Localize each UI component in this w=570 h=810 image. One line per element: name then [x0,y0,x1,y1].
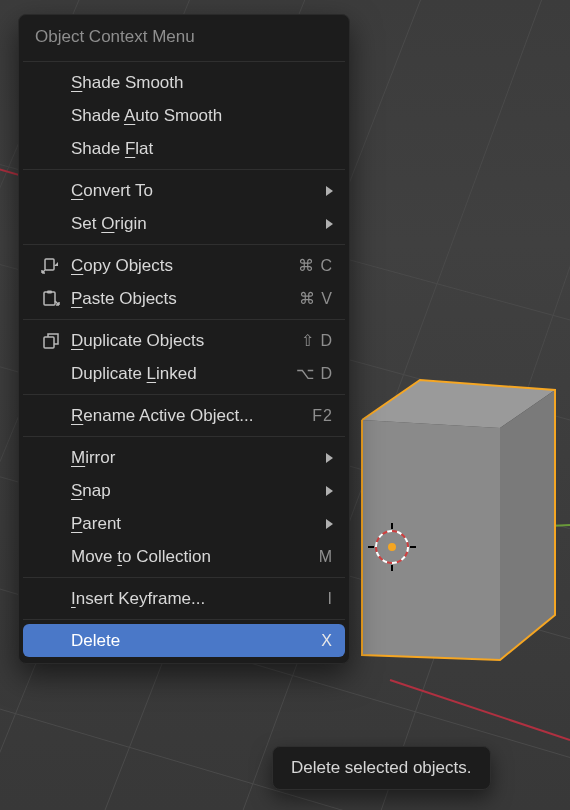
menu-item-shortcut: ⌘ C [293,256,333,275]
menu-item-shortcut: X [293,632,333,650]
menu-item-label: Rename Active Object... [71,406,283,426]
svg-rect-29 [44,337,54,348]
menu-item-set-origin[interactable]: Set Origin [23,207,345,240]
menu-separator [23,577,345,578]
menu-item-label: Shade Auto Smooth [71,106,333,126]
menu-item-duplicate-linked[interactable]: Duplicate Linked⌥ D [23,357,345,390]
menu-item-label: Shade Flat [71,139,333,159]
context-menu-title: Object Context Menu [23,15,345,57]
menu-item-label: Parent [71,514,311,534]
menu-item-label: Delete [71,631,283,651]
menu-item-snap[interactable]: Snap [23,474,345,507]
menu-item-parent[interactable]: Parent [23,507,345,540]
chevron-right-icon [321,486,333,496]
menu-item-label: Insert Keyframe... [71,589,283,609]
menu-separator [23,61,345,62]
menu-separator [23,619,345,620]
menu-item-label: Copy Objects [71,256,283,276]
menu-item-delete[interactable]: DeleteX [23,624,345,657]
selected-cube[interactable] [362,380,555,660]
menu-item-shortcut: I [293,590,333,608]
menu-item-label: Set Origin [71,214,311,234]
svg-rect-27 [44,292,55,305]
menu-item-mirror[interactable]: Mirror [23,441,345,474]
menu-item-insert-keyframe[interactable]: Insert Keyframe...I [23,582,345,615]
menu-item-label: Snap [71,481,311,501]
chevron-right-icon [321,186,333,196]
svg-marker-16 [500,390,555,660]
menu-item-label: Convert To [71,181,311,201]
menu-item-shade-smooth[interactable]: Shade Smooth [23,66,345,99]
menu-item-label: Move to Collection [71,547,283,567]
menu-item-label: Mirror [71,448,311,468]
menu-separator [23,394,345,395]
menu-item-paste-objects[interactable]: Paste Objects⌘ V [23,282,345,315]
copy-icon [31,256,71,276]
paste-icon [31,289,71,309]
object-context-menu: Object Context Menu Shade SmoothShade Au… [18,14,350,664]
svg-rect-26 [45,259,54,270]
menu-item-move-to-collection[interactable]: Move to CollectionM [23,540,345,573]
svg-point-21 [388,543,396,551]
duplicate-icon [31,331,71,351]
svg-marker-14 [362,420,500,660]
menu-item-shortcut: M [293,548,333,566]
menu-item-shortcut: ⌘ V [293,289,333,308]
menu-item-shade-flat[interactable]: Shade Flat [23,132,345,165]
menu-item-label: Paste Objects [71,289,283,309]
chevron-right-icon [321,453,333,463]
menu-item-duplicate-objects[interactable]: Duplicate Objects⇧ D [23,324,345,357]
menu-item-shortcut: ⇧ D [293,331,333,350]
menu-item-label: Duplicate Objects [71,331,283,351]
menu-item-convert-to[interactable]: Convert To [23,174,345,207]
chevron-right-icon [321,219,333,229]
menu-item-copy-objects[interactable]: Copy Objects⌘ C [23,249,345,282]
svg-rect-28 [47,290,52,293]
menu-item-label: Duplicate Linked [71,364,283,384]
menu-item-rename-active-object[interactable]: Rename Active Object...F2 [23,399,345,432]
menu-separator [23,169,345,170]
menu-item-shortcut: ⌥ D [293,364,333,383]
menu-separator [23,244,345,245]
menu-separator [23,319,345,320]
chevron-right-icon [321,519,333,529]
menu-item-label: Shade Smooth [71,73,333,93]
menu-separator [23,436,345,437]
tooltip: Delete selected objects. [272,746,491,790]
menu-item-shortcut: F2 [293,407,333,425]
menu-item-shade-auto-smooth[interactable]: Shade Auto Smooth [23,99,345,132]
